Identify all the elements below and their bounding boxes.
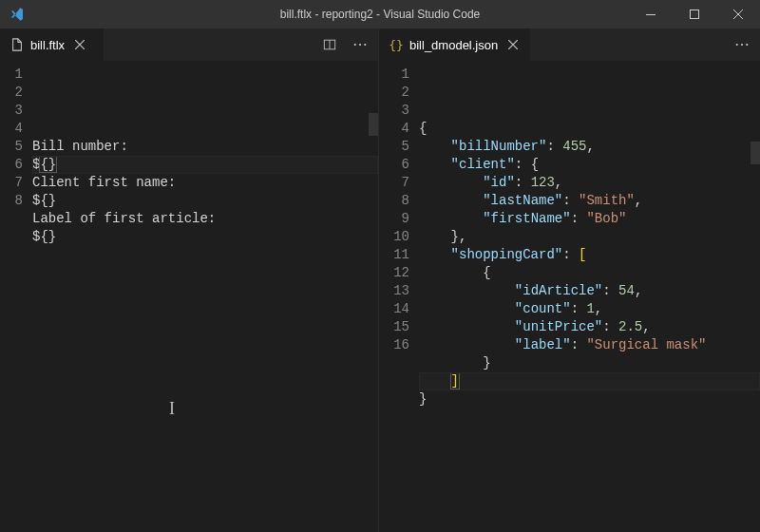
editor-group-left: bill.ftlx 12345678 Bill number:${}Client… [0, 28, 378, 532]
title-bar: bill.ftlx - reporting2 - Visual Studio C… [0, 0, 760, 28]
code-area-left[interactable]: Bill number:${}Client first name:${}Labe… [32, 62, 378, 532]
code-area-right[interactable]: { "billNumber": 455, "client": { "id": 1… [419, 62, 760, 532]
svg-rect-0 [646, 14, 656, 15]
editor-actions [724, 28, 760, 61]
editor-group-right: {} bill_dmodel.json 12345678910111213141… [379, 28, 760, 532]
json-icon: {} [389, 37, 404, 52]
minimap-slider[interactable] [369, 113, 378, 136]
vscode-icon [0, 7, 33, 22]
file-icon [10, 37, 25, 52]
tab-bar: bill.ftlx [0, 28, 378, 62]
window-controls [629, 0, 760, 28]
tab-bar: {} bill_dmodel.json [379, 28, 760, 62]
tab-bill-ftlx[interactable]: bill.ftlx [0, 28, 104, 61]
maximize-button[interactable] [673, 0, 716, 28]
tab-label: bill_dmodel.json [409, 38, 498, 52]
minimize-button[interactable] [629, 0, 673, 28]
workbench: bill.ftlx 12345678 Bill number:${}Client… [0, 28, 760, 532]
svg-rect-1 [691, 10, 699, 19]
split-editor-icon[interactable] [321, 36, 338, 53]
editor-actions [312, 28, 378, 61]
editor-body-right[interactable]: 12345678910111213141516 { "billNumber": … [379, 62, 760, 532]
close-button[interactable] [716, 0, 760, 28]
tab-bill-dmodel-json[interactable]: {} bill_dmodel.json [379, 28, 531, 61]
editor-body-left[interactable]: 12345678 Bill number:${}Client first nam… [0, 62, 378, 532]
tab-label: bill.ftlx [30, 38, 65, 52]
more-actions-icon[interactable] [352, 36, 369, 53]
line-number-gutter: 12345678910111213141516 [379, 62, 419, 532]
minimap-slider[interactable] [750, 142, 760, 164]
close-icon[interactable] [505, 37, 521, 52]
line-number-gutter: 12345678 [0, 62, 32, 532]
close-icon[interactable] [72, 37, 87, 52]
more-actions-icon[interactable] [733, 36, 750, 53]
